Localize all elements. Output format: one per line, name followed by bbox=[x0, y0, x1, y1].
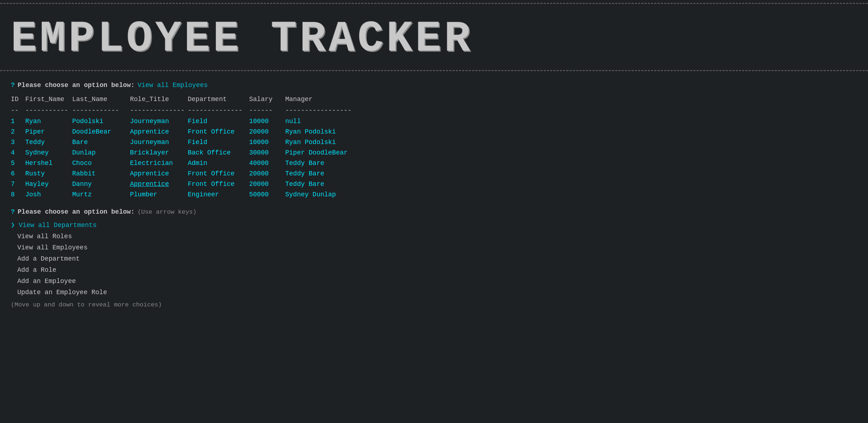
bottom-border bbox=[0, 70, 868, 71]
top-border bbox=[0, 3, 868, 8]
cell-manager: Sydney Dunlap bbox=[285, 190, 376, 200]
menu-footer-hint: (Move up and down to reveal more choices… bbox=[11, 300, 857, 310]
cell-salary: 40000 bbox=[249, 158, 285, 168]
cell-id: 8 bbox=[11, 190, 25, 200]
second-prompt-question: ? bbox=[11, 207, 15, 217]
cell-salary: 50000 bbox=[249, 190, 285, 200]
employee-table: ID First_Name Last_Name Role_Title Depar… bbox=[11, 94, 857, 200]
table-row: 3 Teddy Bare Journeyman Field 10000 Ryan… bbox=[11, 137, 857, 148]
cell-last: Dunlap bbox=[72, 148, 130, 158]
second-prompt-line: ? Please choose an option below: (Use ar… bbox=[11, 207, 857, 217]
second-prompt-label: Please choose an option below: bbox=[18, 207, 135, 217]
cell-role: Bricklayer bbox=[130, 148, 188, 158]
menu-item-add-role[interactable]: Add a Role bbox=[11, 265, 857, 276]
cell-first: Hayley bbox=[25, 179, 72, 189]
cell-first: Teddy bbox=[25, 138, 72, 147]
col-id: ID bbox=[11, 95, 25, 104]
cell-dept: Admin bbox=[188, 158, 249, 168]
cell-manager: Piper DoodleBear bbox=[285, 148, 376, 158]
cell-last: Rabbit bbox=[72, 169, 130, 179]
cell-manager: Teddy Bare bbox=[285, 169, 376, 179]
div-dept: -------------- bbox=[188, 106, 249, 115]
first-prompt-line: ? Please choose an option below: View al… bbox=[11, 80, 857, 90]
cell-role: Apprentice bbox=[130, 179, 188, 189]
menu-item-update-role[interactable]: Update an Employee Role bbox=[11, 287, 857, 298]
cell-first: Josh bbox=[25, 190, 72, 200]
col-dept: Department bbox=[188, 95, 249, 104]
cell-id: 5 bbox=[11, 158, 25, 168]
cell-manager: Ryan Podolski bbox=[285, 138, 376, 147]
cell-role: Journeyman bbox=[130, 117, 188, 126]
second-prompt-section: ? Please choose an option below: (Use ar… bbox=[11, 207, 857, 310]
menu-item-departments[interactable]: View all Departments bbox=[11, 220, 857, 231]
cell-salary: 10000 bbox=[249, 138, 285, 147]
cell-salary: 30000 bbox=[249, 148, 285, 158]
cell-last: DoodleBear bbox=[72, 127, 130, 137]
title-section: EMPLOYEE TRACKER bbox=[0, 8, 868, 70]
col-manager: Manager bbox=[285, 95, 376, 104]
cell-last: Bare bbox=[72, 138, 130, 147]
table-row: 6 Rusty Rabbit Apprentice Front Office 2… bbox=[11, 169, 857, 179]
cell-salary: 20000 bbox=[249, 169, 285, 179]
cell-manager: Teddy Bare bbox=[285, 158, 376, 168]
div-id: -- bbox=[11, 106, 25, 115]
cell-last: Danny bbox=[72, 179, 130, 189]
cell-first: Sydney bbox=[25, 148, 72, 158]
cell-id: 2 bbox=[11, 127, 25, 137]
cell-manager: Teddy Bare bbox=[285, 179, 376, 189]
div-salary: ------ bbox=[249, 106, 285, 115]
cell-dept: Front Office bbox=[188, 169, 249, 179]
cell-id: 7 bbox=[11, 179, 25, 189]
cell-last: Murtz bbox=[72, 190, 130, 200]
cell-dept: Engineer bbox=[188, 190, 249, 200]
div-manager: ----------------- bbox=[285, 106, 376, 115]
menu-item-employees[interactable]: View all Employees bbox=[11, 242, 857, 253]
second-prompt-hint: (Use arrow keys) bbox=[138, 208, 196, 217]
app-container: EMPLOYEE TRACKER ? Please choose an opti… bbox=[0, 0, 868, 423]
table-row: 5 Hershel Choco Electrician Admin 40000 … bbox=[11, 158, 857, 169]
cell-dept: Field bbox=[188, 138, 249, 147]
cell-salary: 20000 bbox=[249, 179, 285, 189]
div-firstname: ----------- bbox=[25, 106, 72, 115]
cell-role: Electrician bbox=[130, 158, 188, 168]
first-prompt-answer: View all Employees bbox=[138, 80, 208, 90]
cell-id: 1 bbox=[11, 117, 25, 126]
col-role: Role_Title bbox=[130, 95, 188, 104]
first-prompt-label: Please choose an option below: bbox=[18, 80, 135, 90]
cell-dept: Front Office bbox=[188, 127, 249, 137]
cell-salary: 20000 bbox=[249, 127, 285, 137]
col-firstname: First_Name bbox=[25, 95, 72, 104]
cell-last: Podolski bbox=[72, 117, 130, 126]
cell-first: Hershel bbox=[25, 158, 72, 168]
table-row: 4 Sydney Dunlap Bricklayer Back Office 3… bbox=[11, 148, 857, 158]
table-row: 1 Ryan Podolski Journeyman Field 10000 n… bbox=[11, 116, 857, 127]
table-row: 8 Josh Murtz Plumber Engineer 50000 Sydn… bbox=[11, 189, 857, 200]
col-lastname: Last_Name bbox=[72, 95, 130, 104]
cell-last: Choco bbox=[72, 158, 130, 168]
cell-first: Ryan bbox=[25, 117, 72, 126]
cell-first: Rusty bbox=[25, 169, 72, 179]
table-row: 7 Hayley Danny Apprentice Front Office 2… bbox=[11, 179, 857, 189]
menu-list: View all Departments View all Roles View… bbox=[11, 220, 857, 298]
cell-dept: Front Office bbox=[188, 179, 249, 189]
menu-item-roles[interactable]: View all Roles bbox=[11, 231, 857, 242]
menu-item-add-dept[interactable]: Add a Department bbox=[11, 253, 857, 265]
cell-dept: Field bbox=[188, 117, 249, 126]
col-salary: Salary bbox=[249, 95, 285, 104]
cell-dept: Back Office bbox=[188, 148, 249, 158]
cell-role: Apprentice bbox=[130, 169, 188, 179]
cell-manager: null bbox=[285, 117, 376, 126]
menu-item-add-employee[interactable]: Add an Employee bbox=[11, 276, 857, 287]
cell-role: Apprentice bbox=[130, 127, 188, 137]
cell-id: 6 bbox=[11, 169, 25, 179]
content-section: ? Please choose an option below: View al… bbox=[0, 77, 868, 313]
cell-id: 4 bbox=[11, 148, 25, 158]
cell-salary: 10000 bbox=[249, 117, 285, 126]
table-row: 2 Piper DoodleBear Apprentice Front Offi… bbox=[11, 127, 857, 137]
table-divider-row: -- ----------- ------------ ------------… bbox=[11, 105, 857, 116]
cell-role: Plumber bbox=[130, 190, 188, 200]
app-title: EMPLOYEE TRACKER bbox=[11, 15, 857, 63]
cell-role: Journeyman bbox=[130, 138, 188, 147]
cell-first: Piper bbox=[25, 127, 72, 137]
div-role: -------------- bbox=[130, 106, 188, 115]
